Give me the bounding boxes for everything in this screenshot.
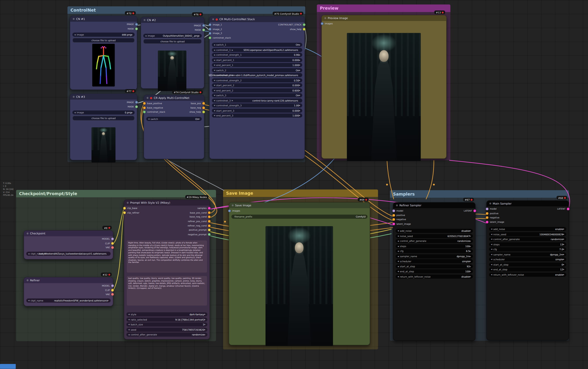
decrement-arrow[interactable]: ◀ xyxy=(398,250,399,252)
node-cr-apply-multi-controlnet[interactable]: #74 Comfyroll Studio CR Apply Multi-Cont… xyxy=(144,95,204,159)
port-model[interactable]: model xyxy=(487,207,504,211)
port-image[interactable]: IMAGE xyxy=(127,22,136,27)
collapse-dot-icon[interactable] xyxy=(144,19,146,21)
decrement-arrow[interactable]: ◀ xyxy=(214,110,215,112)
group-samplers-title[interactable]: Samplers xyxy=(390,190,569,198)
port-dot-icon[interactable] xyxy=(321,22,324,25)
port-dot-icon[interactable] xyxy=(209,23,212,26)
widget-choose-file-to-upload[interactable]: choose file to upload xyxy=(143,39,201,44)
port-clip[interactable]: CLIP xyxy=(102,288,112,292)
increment-arrow[interactable]: ▶ xyxy=(299,94,300,96)
node-titlebar[interactable]: Refiner Sampler xyxy=(393,203,475,208)
decrement-arrow[interactable]: ◀ xyxy=(398,260,399,262)
port-base_neg_cond[interactable]: base_neg_cond xyxy=(188,215,209,219)
port-positive[interactable]: positive xyxy=(394,213,411,217)
port-dot-icon[interactable] xyxy=(111,284,114,287)
decrement-arrow[interactable]: ◀ xyxy=(398,255,399,257)
port-dot-icon[interactable] xyxy=(143,110,146,114)
increment-arrow[interactable]: ▶ xyxy=(199,118,200,120)
port-model[interactable]: MODEL xyxy=(102,237,112,241)
port-dot-icon[interactable] xyxy=(486,212,489,215)
widget-image[interactable]: ◀imageOutputAliensAlien_00042_.png▶ xyxy=(143,34,201,38)
increment-arrow[interactable]: ▶ xyxy=(199,35,200,37)
widget-control_after_generate[interactable]: ◀control_after_generaterandomize▶ xyxy=(126,333,208,337)
widget-control_after_generate[interactable]: ◀control_after_generaterandomize▶ xyxy=(396,239,473,243)
port-dot-icon[interactable] xyxy=(392,222,395,225)
port-base_negative[interactable]: base_negative xyxy=(145,105,165,110)
port-dot-icon[interactable] xyxy=(143,102,146,105)
port-latent_image[interactable]: latent_image xyxy=(394,222,411,226)
port-base_neg[interactable]: base_neg xyxy=(189,105,203,110)
port-image[interactable]: IMAGE xyxy=(127,100,136,104)
decrement-arrow[interactable]: ◀ xyxy=(214,59,215,61)
widget-ckpt_name[interactable]: ◀ckpt_namelustyWeekendAtZavys_lustweeken… xyxy=(26,252,111,256)
widget-control_after_generate[interactable]: ◀control_after_generaterandomize▶ xyxy=(489,237,566,241)
port-dot-icon[interactable] xyxy=(123,207,126,209)
widget-controlnet_3[interactable]: ◀controlnet_3control-lora-canny-rank128.… xyxy=(212,98,302,102)
increment-arrow[interactable]: ▶ xyxy=(107,299,109,301)
node-cr-multi-controlnet-stack[interactable]: #75 Comfyroll Studio CR Multi-ControlNet… xyxy=(209,16,305,159)
increment-arrow[interactable]: ▶ xyxy=(204,319,206,320)
port-base_positive[interactable]: base_positive xyxy=(145,101,165,105)
port-model[interactable]: model xyxy=(394,209,411,213)
increment-arrow[interactable]: ▶ xyxy=(204,329,206,331)
port-negative[interactable]: negative xyxy=(487,216,504,220)
collapse-dot-icon[interactable] xyxy=(147,97,149,99)
decrement-arrow[interactable]: ◀ xyxy=(398,240,399,242)
widget-switch_2[interactable]: ◀switch_2On▶ xyxy=(212,68,302,72)
widget-add_noise[interactable]: ◀add_noiseenable▶ xyxy=(489,227,566,231)
widget-end_percent_1[interactable]: ◀end_percent_11.000▶ xyxy=(212,63,302,67)
port-samples[interactable]: samples xyxy=(188,206,209,210)
node-preview-image[interactable]: #13 Preview Image images xyxy=(321,15,447,159)
widget-ratio_selected[interactable]: ◀ratio_selected9:16 [768x1344 portrait]▶ xyxy=(126,317,208,321)
widget-cfg[interactable]: ◀cfg8.5▶ xyxy=(396,249,473,253)
widget-batch_size[interactable]: ◀batch_size1▶ xyxy=(126,322,208,327)
decrement-arrow[interactable]: ◀ xyxy=(214,94,215,96)
port-negative[interactable]: negative xyxy=(394,217,411,222)
port-image_3[interactable]: image_3 xyxy=(210,31,231,36)
port-dot-icon[interactable] xyxy=(392,209,395,212)
collapse-dot-icon[interactable] xyxy=(73,18,75,20)
decrement-arrow[interactable]: ◀ xyxy=(214,84,215,86)
widget-controlnet_strength_3[interactable]: ◀controlnet_strength_31.00▶ xyxy=(212,103,302,108)
decrement-arrow[interactable]: ◀ xyxy=(128,324,130,326)
widget-steps[interactable]: ◀steps100▶ xyxy=(396,244,473,248)
decrement-arrow[interactable]: ◀ xyxy=(398,235,399,237)
widget-choose-file-to-upload[interactable]: choose file to upload xyxy=(73,116,135,120)
port-dot-icon[interactable] xyxy=(111,242,114,245)
widget-return_with_leftover_noise[interactable]: ◀return_with_leftover_noisedisable▶ xyxy=(396,274,473,279)
widget-start_percent_3[interactable]: ◀start_percent_30.000▶ xyxy=(212,108,302,112)
collapse-dot-icon[interactable] xyxy=(489,203,491,205)
port-image_2[interactable]: image_2 xyxy=(210,27,231,31)
node-titlebar[interactable]: CN #1 xyxy=(70,16,137,22)
port-base_pos_cond[interactable]: base_pos_cond xyxy=(188,210,209,215)
port-dot-icon[interactable] xyxy=(123,211,126,214)
increment-arrow[interactable]: ▶ xyxy=(563,238,564,240)
port-dot-icon[interactable] xyxy=(208,211,211,214)
negative-prompt-textarea[interactable]: bad quality, low quality, blurry, worst … xyxy=(127,276,207,306)
decrement-arrow[interactable]: ◀ xyxy=(491,258,492,260)
port-dot-icon[interactable] xyxy=(303,28,306,31)
port-dot-icon[interactable] xyxy=(111,238,114,240)
node-cn-3[interactable]: #77 CN #3 IMAGEMASK ◀image0.png▶choose f… xyxy=(70,94,137,160)
increment-arrow[interactable]: ▶ xyxy=(563,228,564,230)
widget-scheduler[interactable]: ◀schedulersimple▶ xyxy=(396,259,473,263)
widget-ckpt_name[interactable]: ◀ckpt_namerealisticFreedomSFW_wonderland… xyxy=(26,299,111,303)
widget-choose-file-to-upload[interactable]: choose file to upload xyxy=(73,38,135,42)
port-dot-icon[interactable] xyxy=(473,209,476,212)
widget-seed[interactable]: ◀seed758178557203820▶ xyxy=(126,328,208,332)
increment-arrow[interactable]: ▶ xyxy=(470,260,471,262)
collapse-dot-icon[interactable] xyxy=(212,19,214,20)
port-dot-icon[interactable] xyxy=(135,105,138,108)
widget-controlnet_strength_1[interactable]: ◀controlnet_strength_10.90▶ xyxy=(212,53,302,57)
port-positive[interactable]: positive xyxy=(487,211,504,216)
widget-style[interactable]: ◀styledark-fantasy▶ xyxy=(126,312,208,316)
port-positive_prompt[interactable]: positive_prompt xyxy=(188,228,209,232)
port-dot-icon[interactable] xyxy=(209,32,212,35)
increment-arrow[interactable]: ▶ xyxy=(204,324,206,326)
port-dot-icon[interactable] xyxy=(208,220,211,223)
widget-image[interactable]: ◀image0.png▶ xyxy=(73,110,135,115)
decrement-arrow[interactable]: ◀ xyxy=(398,270,399,272)
increment-arrow[interactable]: ▶ xyxy=(299,64,300,66)
port-image_1[interactable]: image_1 xyxy=(210,22,231,27)
